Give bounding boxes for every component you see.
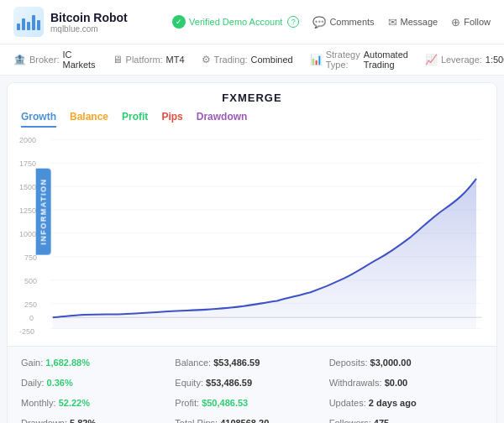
platform-icon: 🖥: [113, 54, 123, 65]
stats-section: Gain: 1,682.88%Balance: $53,486.59Deposi…: [8, 346, 496, 423]
header: Bitcoin Robot mqlblue.com ✓ Verified Dem…: [0, 0, 504, 44]
stat-label: Equity:: [175, 378, 206, 388]
strategy-item: 📊 Strategy Type: Automated Trading: [310, 50, 408, 70]
verified-badge: ✓ Verified Demo Account ?: [172, 15, 299, 29]
comments-label: Comments: [329, 17, 374, 27]
tab-growth[interactable]: Growth: [21, 111, 56, 128]
stat-value: $50,486.53: [202, 398, 248, 408]
stat-label: Updates:: [329, 398, 369, 408]
tab-pips[interactable]: Pips: [161, 111, 182, 128]
broker-item: 🏦 Broker: IC Markets: [13, 50, 96, 70]
follow-icon: ⊕: [451, 16, 460, 29]
side-information-label: INFORMATION: [36, 168, 51, 254]
svg-text:0: 0: [29, 314, 34, 322]
svg-text:500: 500: [24, 277, 37, 285]
stat-value: 0.36%: [47, 378, 73, 388]
leverage-icon: 📈: [425, 54, 438, 65]
svg-text:250: 250: [24, 300, 37, 309]
stat-label: Daily:: [21, 378, 47, 388]
stat-item: Drawdown: 5.82%: [21, 415, 175, 423]
strategy-label: Strategy Type:: [326, 50, 360, 70]
stat-value: 4108568.20: [220, 418, 269, 423]
stat-label: Deposits:: [329, 358, 370, 368]
svg-text:1750: 1750: [19, 159, 36, 168]
follow-label: Follow: [464, 17, 491, 27]
trading-item: ⚙ Trading: Combined: [202, 54, 293, 65]
logo-icon: [13, 7, 44, 37]
stat-item: Deposits: $3,000.00: [329, 355, 483, 370]
stat-label: Withdrawals:: [329, 378, 385, 388]
stat-item: Updates: 2 days ago: [329, 395, 483, 410]
strategy-icon: 📊: [310, 54, 323, 65]
stat-label: Balance:: [175, 358, 213, 368]
stat-value: 475: [374, 418, 389, 423]
broker-value: IC Markets: [62, 50, 95, 70]
stat-label: Followers:: [329, 418, 374, 423]
stat-item: Balance: $53,486.59: [175, 355, 328, 370]
stat-value: 52.22%: [59, 398, 90, 408]
svg-text:-250: -250: [19, 327, 34, 336]
chart-container: 2000 1750 1500 1250 1000 750 500 250 0 -…: [8, 128, 496, 346]
strategy-value: Automated Trading: [364, 50, 408, 70]
app-title: Bitcoin Robot: [50, 11, 128, 24]
svg-text:1250: 1250: [19, 206, 36, 215]
stat-label: Monthly:: [21, 398, 59, 408]
stat-value: 1,682.88%: [45, 358, 90, 368]
stat-item: Gain: 1,682.88%: [21, 355, 175, 370]
stat-value: $53,486.59: [213, 358, 260, 368]
broker-icon: 🏦: [13, 54, 26, 65]
trading-value: Combined: [251, 55, 293, 65]
svg-text:1500: 1500: [19, 183, 36, 191]
comments-icon: 💬: [312, 16, 326, 29]
tab-profit[interactable]: Profit: [122, 111, 148, 128]
stat-value: $3,000.00: [370, 358, 412, 368]
stat-value: 5.82%: [70, 418, 96, 423]
chart-tabs: Growth Balance Profit Pips Drawdown: [8, 107, 496, 128]
stat-item: Profit: $50,486.53: [175, 395, 328, 410]
stat-item: Monthly: 52.22%: [21, 395, 175, 410]
stat-item: Followers: 475: [329, 415, 483, 423]
stats-grid: Gain: 1,682.88%Balance: $53,486.59Deposi…: [21, 355, 483, 423]
verified-label: Verified Demo Account: [189, 17, 282, 27]
stat-label: Gain:: [21, 358, 45, 368]
follow-button[interactable]: ⊕ Follow: [451, 16, 491, 29]
tab-drawdown[interactable]: Drawdown: [197, 111, 248, 128]
message-label: Message: [401, 17, 438, 27]
verified-icon: ✓: [172, 15, 186, 29]
growth-chart: 2000 1750 1500 1250 1000 750 500 250 0 -…: [18, 131, 486, 339]
stat-value: 2 days ago: [369, 398, 417, 408]
stat-value: $0.00: [385, 378, 408, 388]
stat-label: Total Pips:: [175, 418, 220, 423]
stat-item: Withdrawals: $0.00: [329, 375, 483, 390]
message-button[interactable]: ✉ Message: [388, 16, 438, 29]
stat-label: Profit:: [175, 398, 202, 408]
platform-item: 🖥 Platform: MT4: [113, 54, 185, 65]
leverage-item: 📈 Leverage: 1:500: [425, 54, 504, 65]
chart-title: FXMERGE: [8, 83, 496, 107]
stat-item: Total Pips: 4108568.20: [175, 415, 328, 423]
leverage-label: Leverage:: [441, 55, 482, 65]
logo-block: Bitcoin Robot mqlblue.com: [13, 7, 128, 37]
stat-label: Drawdown:: [21, 418, 70, 423]
header-actions: ✓ Verified Demo Account ? 💬 Comments ✉ M…: [172, 15, 491, 29]
verified-info-icon[interactable]: ?: [287, 16, 299, 28]
svg-text:1000: 1000: [19, 230, 36, 238]
stat-item: Daily: 0.36%: [21, 375, 175, 390]
svg-text:2000: 2000: [19, 136, 36, 144]
broker-label: Broker:: [29, 55, 59, 65]
message-icon: ✉: [388, 16, 397, 29]
comments-button[interactable]: 💬 Comments: [312, 16, 374, 29]
platform-value: MT4: [166, 55, 185, 65]
stat-value: $53,486.59: [206, 378, 252, 388]
app-subtitle: mqlblue.com: [50, 24, 128, 34]
platform-label: Platform:: [126, 55, 163, 65]
trading-label: Trading:: [214, 55, 248, 65]
tab-balance[interactable]: Balance: [70, 111, 108, 128]
leverage-value: 1:500: [486, 55, 504, 65]
trading-icon: ⚙: [202, 54, 211, 65]
subheader: 🏦 Broker: IC Markets 🖥 Platform: MT4 ⚙ T…: [0, 44, 504, 76]
stat-item: Equity: $53,486.59: [175, 375, 328, 390]
main-card: FXMERGE Growth Balance Profit Pips Drawd…: [7, 82, 497, 423]
